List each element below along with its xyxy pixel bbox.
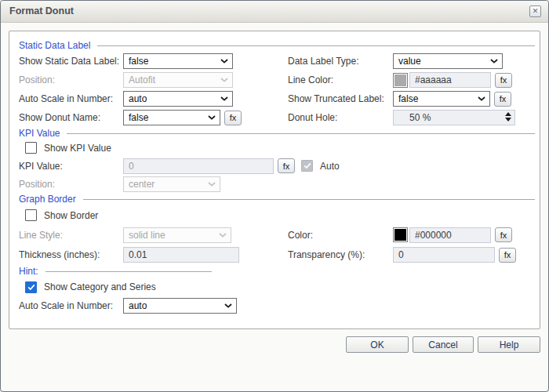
kpi-position-dropdown-disabled: center bbox=[123, 176, 220, 192]
line-style-label: Line Style: bbox=[19, 230, 123, 241]
show-truncated-label-dropdown[interactable]: false bbox=[393, 91, 490, 107]
section-kpi-value: KPI Value bbox=[9, 127, 535, 140]
border-color-swatch[interactable] bbox=[393, 227, 408, 242]
help-button[interactable]: Help bbox=[478, 336, 540, 353]
row-show-category-series: Show Category and Series bbox=[9, 278, 540, 296]
show-category-series-checkbox[interactable] bbox=[25, 281, 37, 293]
section-static-data-label: Static Data Label bbox=[9, 39, 535, 52]
thickness-label: Thickness (inches): bbox=[19, 249, 123, 260]
show-donut-name-label: Show Donut Name: bbox=[19, 112, 123, 123]
show-static-data-label-label: Show Static Data Label: bbox=[19, 56, 123, 67]
donut-hole-spinner bbox=[393, 110, 515, 125]
section-rule bbox=[67, 133, 535, 134]
show-donut-name-fx-button[interactable]: fx bbox=[224, 111, 242, 125]
content-panel: Static Data Label Show Static Data Label… bbox=[9, 31, 540, 329]
kpi-value-fx-button[interactable]: fx bbox=[278, 158, 295, 173]
chevron-down-icon bbox=[224, 303, 232, 308]
row-line-style: Line Style: solid line Color: fx bbox=[9, 225, 540, 245]
auto-scale-hint-dropdown[interactable]: auto bbox=[123, 298, 237, 314]
row-show-border: Show Border bbox=[9, 205, 540, 225]
row-show-kpi-value: Show KPI Value bbox=[9, 140, 540, 156]
row-auto-scale-hint: Auto Scale in Number: auto bbox=[9, 296, 540, 315]
chevron-down-icon bbox=[208, 115, 216, 120]
show-category-series-label: Show Category and Series bbox=[44, 281, 156, 292]
show-static-data-label-dropdown[interactable]: false bbox=[123, 53, 233, 69]
chevron-down-icon bbox=[220, 59, 228, 64]
row-auto-scale-static: Auto Scale in Number: auto Show Truncate… bbox=[9, 89, 540, 108]
close-button[interactable]: ✕ bbox=[529, 5, 541, 17]
donut-hole-input[interactable] bbox=[393, 110, 515, 125]
show-kpi-value-checkbox[interactable] bbox=[25, 142, 37, 154]
row-show-donut-name: Show Donut Name: false fx Donut Hole: bbox=[9, 108, 540, 127]
chevron-down-icon bbox=[220, 96, 228, 101]
ok-button[interactable]: OK bbox=[346, 336, 409, 353]
transparency-fx-button[interactable]: fx bbox=[499, 248, 516, 263]
row-position-kpi: Position: center bbox=[9, 176, 540, 193]
data-label-type-label: Data Label Type: bbox=[288, 56, 393, 67]
line-style-dropdown-disabled: solid line bbox=[123, 227, 231, 243]
line-color-input[interactable] bbox=[409, 72, 491, 88]
donut-hole-label: Donut Hole: bbox=[288, 112, 393, 123]
line-color-swatch[interactable] bbox=[393, 73, 408, 88]
dialog-title: Format Donut bbox=[9, 1, 74, 22]
kpi-value-input bbox=[123, 158, 274, 174]
show-border-checkbox[interactable] bbox=[25, 209, 37, 221]
section-hint: Hint: bbox=[9, 265, 535, 278]
thickness-input[interactable] bbox=[123, 247, 239, 263]
section-rule bbox=[45, 271, 212, 272]
show-donut-name-dropdown[interactable]: false bbox=[123, 110, 220, 125]
show-kpi-value-label: Show KPI Value bbox=[44, 143, 111, 154]
chevron-down-icon bbox=[208, 182, 216, 187]
auto-scale-label: Auto Scale in Number: bbox=[19, 93, 123, 104]
row-show-static-data-label: Show Static Data Label: false Data Label… bbox=[9, 52, 540, 71]
border-color-fx-button[interactable]: fx bbox=[495, 227, 512, 242]
show-truncated-label-label: Show Truncated Label: bbox=[288, 93, 393, 104]
row-position-static: Position: Autofit Line Color: fx bbox=[9, 71, 540, 89]
kpi-position-label: Position: bbox=[19, 179, 123, 190]
kpi-auto-label: Auto bbox=[320, 161, 340, 172]
section-heading: Static Data Label bbox=[19, 40, 90, 51]
kpi-auto-checkbox bbox=[301, 160, 313, 172]
show-truncated-label-fx-button[interactable]: fx bbox=[494, 92, 511, 107]
show-border-label: Show Border bbox=[44, 210, 98, 221]
dialog-titlebar[interactable]: Format Donut ✕ bbox=[1, 1, 548, 23]
data-label-type-dropdown[interactable]: value bbox=[393, 53, 503, 69]
chevron-down-icon bbox=[478, 96, 485, 101]
chevron-down-icon bbox=[220, 78, 228, 82]
section-graph-border: Graph Border bbox=[9, 193, 535, 205]
section-heading: Graph Border bbox=[19, 194, 76, 205]
auto-scale-dropdown[interactable]: auto bbox=[123, 91, 233, 107]
section-heading: KPI Value bbox=[19, 128, 60, 139]
chevron-down-icon bbox=[219, 233, 227, 238]
spin-down-icon[interactable] bbox=[505, 118, 511, 122]
transparency-label: Transparency (%): bbox=[288, 249, 393, 260]
kpi-value-label: KPI Value: bbox=[19, 161, 123, 172]
chevron-down-icon bbox=[490, 59, 498, 64]
border-color-input[interactable] bbox=[409, 227, 491, 243]
section-rule bbox=[97, 45, 535, 46]
row-kpi-value: KPI Value: fx Auto bbox=[9, 156, 540, 176]
position-dropdown-disabled: Autofit bbox=[123, 72, 233, 88]
close-icon: ✕ bbox=[533, 7, 539, 15]
section-heading: Hint: bbox=[19, 266, 38, 277]
transparency-input[interactable] bbox=[393, 247, 495, 263]
dialog-button-row: OK Cancel Help bbox=[346, 336, 540, 353]
position-label: Position: bbox=[19, 74, 123, 85]
line-color-label: Line Color: bbox=[288, 74, 393, 85]
section-rule bbox=[83, 199, 535, 200]
spin-up-icon[interactable] bbox=[505, 112, 511, 116]
border-color-label: Color: bbox=[288, 230, 393, 241]
line-color-fx-button[interactable]: fx bbox=[495, 73, 512, 88]
row-thickness: Thickness (inches): Transparency (%): fx bbox=[9, 245, 540, 265]
cancel-button[interactable]: Cancel bbox=[413, 336, 474, 353]
auto-scale-hint-label: Auto Scale in Number: bbox=[19, 300, 123, 311]
format-donut-dialog: Format Donut ✕ Static Data Label Show St… bbox=[0, 0, 549, 392]
